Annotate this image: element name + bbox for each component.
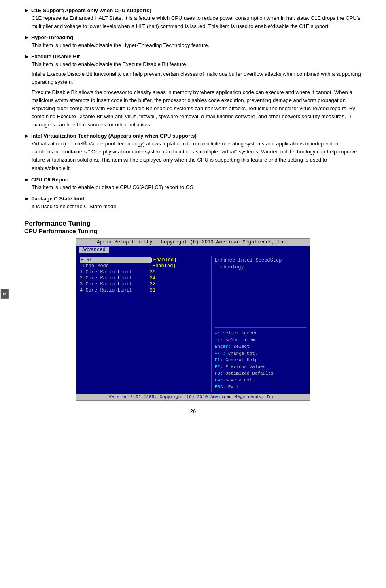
section-body: This item is used to enable/disable the … bbox=[32, 60, 362, 129]
section-paragraph: Virtualization (i.e. Intel® Vanderpool T… bbox=[32, 140, 362, 173]
section-package-c-state: ► Package C State limit It is used to se… bbox=[24, 196, 362, 211]
bios-label-2core: 2-Core Ratio Limit bbox=[80, 275, 150, 281]
section-cpu-c6-report: ► CPU C6 Report This item is used to ena… bbox=[24, 177, 362, 192]
bios-help-text: Enhance Intel SpeedStep Technology bbox=[215, 257, 306, 271]
bios-key-help: ↔: Select Screen ↑↓: Select Item Enter: … bbox=[215, 330, 306, 390]
bios-value-3core: 32 bbox=[150, 281, 208, 287]
section-body: This item is used to enable/disable the … bbox=[32, 41, 362, 49]
key-help-select-item: ↑↓: Select Item bbox=[215, 337, 306, 344]
section-paragraph: This item is used to enable or disable C… bbox=[32, 183, 362, 192]
bios-help-panel: Enhance Intel SpeedStep Technology ↔: Se… bbox=[211, 256, 310, 392]
section-heading: C1E Support(Appears only when CPU suppor… bbox=[31, 7, 151, 13]
bios-divider bbox=[215, 327, 306, 328]
arrow-icon: ► bbox=[24, 196, 30, 202]
key-help-select-screen: ↔: Select Screen bbox=[215, 330, 306, 337]
section-body: Virtualization (i.e. Intel® Vanderpool T… bbox=[32, 140, 362, 173]
section-paragraph: It is used to select the C-State mode. bbox=[32, 202, 362, 211]
bios-label-4core: 4-Core Ratio Limit bbox=[80, 288, 150, 293]
section-heading: Package C State limit bbox=[31, 196, 85, 202]
key-help-change-opt: +/-: Change Opt. bbox=[215, 350, 306, 357]
section-body: C1E represents Enhanced HALT State. It i… bbox=[32, 14, 362, 30]
arrow-icon: ► bbox=[24, 53, 30, 60]
key-help-enter: Enter: Select bbox=[215, 343, 306, 350]
bios-tab-advanced[interactable]: Advanced bbox=[79, 247, 109, 253]
key-help-f4: F4: Save & Exit bbox=[215, 377, 306, 384]
bios-settings-panel: EIST [Enabled] Turbo Mode [Enabled] 1-Co… bbox=[76, 256, 211, 392]
section-title: ► Execute Disable Bit bbox=[24, 53, 362, 60]
section-intel-vt: ► Intel Virtualization Technology (Appea… bbox=[24, 133, 362, 172]
section-hyper-threading: ► Hyper-Threading This item is used to e… bbox=[24, 34, 362, 49]
bios-tab-label: Advanced bbox=[82, 247, 106, 253]
section-heading: CPU C6 Report bbox=[31, 177, 69, 183]
arrow-icon: ► bbox=[24, 7, 30, 14]
arrow-icon: ► bbox=[24, 177, 30, 183]
key-help-f1: F1: General Help bbox=[215, 357, 306, 364]
key-help-f2: F2: Previous Values bbox=[215, 364, 306, 371]
perf-tuning-section: Performance Tuning CPU Performance Tunin… bbox=[24, 219, 362, 234]
section-body: This item is used to enable or disable C… bbox=[32, 183, 362, 192]
bios-row-turbo-mode[interactable]: Turbo Mode [Enabled] bbox=[80, 263, 208, 269]
bios-tab-bar: Advanced bbox=[76, 246, 310, 254]
key-help-f3: F3: Optimized Defaults bbox=[215, 370, 306, 377]
section-heading: Execute Disable Bit bbox=[31, 53, 80, 60]
bios-label-eist: EIST bbox=[80, 257, 151, 263]
section-c1e-support: ► C1E Support(Appears only when CPU supp… bbox=[24, 7, 362, 30]
bios-value-eist: [Enabled] bbox=[151, 257, 208, 263]
bios-screen: Aptio Setup Utility - Copyright (C) 2010… bbox=[76, 238, 310, 401]
bios-row-4core[interactable]: 4-Core Ratio Limit 31 bbox=[80, 288, 208, 293]
bios-label-1core: 1-Core Ratio Limit bbox=[80, 269, 150, 275]
bios-title-bar: Aptio Setup Utility - Copyright (C) 2010… bbox=[76, 239, 310, 246]
section-title: ► CPU C6 Report bbox=[24, 177, 362, 183]
section-body: It is used to select the C-State mode. bbox=[32, 202, 362, 211]
bios-title-text: Aptio Setup Utility - Copyright (C) 2010… bbox=[97, 239, 289, 245]
page-number: 26 bbox=[24, 408, 362, 414]
bios-footer-text: Version 2.02.1205. Copyright (C) 2010 Am… bbox=[109, 394, 277, 399]
section-execute-disable-bit: ► Execute Disable Bit This item is used … bbox=[24, 53, 362, 129]
bios-row-2core[interactable]: 2-Core Ratio Limit 34 bbox=[80, 275, 208, 281]
section-title: ► Package C State limit bbox=[24, 196, 362, 202]
bios-value-4core: 31 bbox=[150, 288, 208, 293]
section-heading: Hyper-Threading bbox=[31, 34, 73, 40]
chapter-tab: 3 bbox=[1, 289, 9, 299]
arrow-icon: ► bbox=[24, 34, 30, 41]
perf-tuning-heading2: CPU Performance Tuning bbox=[24, 228, 362, 234]
bios-label-turbo-mode: Turbo Mode bbox=[80, 263, 150, 269]
bios-row-3core[interactable]: 3-Core Ratio Limit 32 bbox=[80, 281, 208, 287]
section-title: ► Hyper-Threading bbox=[24, 34, 362, 41]
section-paragraph: C1E represents Enhanced HALT State. It i… bbox=[32, 14, 362, 30]
section-paragraph: This item is used to enable/disable the … bbox=[32, 41, 362, 49]
section-paragraph: Intel's Execute Disable Bit functionalit… bbox=[32, 70, 362, 86]
bios-row-1core[interactable]: 1-Core Ratio Limit 36 bbox=[80, 269, 208, 275]
section-paragraph: Execute Disable Bit allows the processor… bbox=[32, 88, 362, 129]
arrow-icon: ► bbox=[24, 133, 30, 140]
page-container: 3 ► C1E Support(Appears only when CPU su… bbox=[0, 0, 386, 588]
bios-value-1core: 36 bbox=[150, 269, 208, 275]
bios-row-eist[interactable]: EIST [Enabled] bbox=[80, 257, 208, 263]
bios-footer: Version 2.02.1205. Copyright (C) 2010 Am… bbox=[76, 394, 310, 400]
section-heading: Intel Virtualization Technology (Appears… bbox=[31, 133, 197, 139]
bios-label-3core: 3-Core Ratio Limit bbox=[80, 281, 150, 287]
perf-tuning-heading1: Performance Tuning bbox=[24, 219, 362, 228]
section-title: ► Intel Virtualization Technology (Appea… bbox=[24, 133, 362, 140]
page-number-text: 26 bbox=[190, 408, 196, 414]
section-title: ► C1E Support(Appears only when CPU supp… bbox=[24, 7, 362, 14]
bios-value-turbo-mode: [Enabled] bbox=[150, 263, 208, 269]
bios-content: EIST [Enabled] Turbo Mode [Enabled] 1-Co… bbox=[76, 254, 310, 394]
section-paragraph: This item is used to enable/disable the … bbox=[32, 60, 362, 68]
key-help-esc: ESC: Exit bbox=[215, 383, 306, 390]
bios-value-2core: 34 bbox=[150, 275, 208, 281]
